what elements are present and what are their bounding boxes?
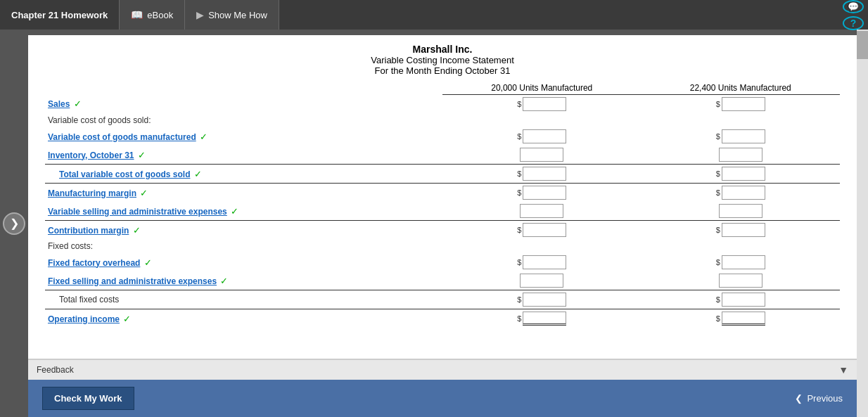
scroll-thumb[interactable] — [857, 31, 868, 59]
sales-col1-input[interactable] — [523, 97, 566, 111]
statement-period: For the Month Ending October 31 — [45, 65, 840, 76]
contribution-margin-label[interactable]: Contribution margin — [48, 226, 129, 236]
top-navigation-bar: Chapter 21 Homework 📖 eBook ▶ Show Me Ho… — [0, 0, 868, 30]
content-panel: Marshall Inc. Variable Costing Income St… — [28, 35, 857, 417]
total-fixed-col1-input[interactable] — [523, 293, 566, 307]
fixed-factory-col1-input[interactable] — [523, 255, 566, 269]
fixed-factory-col1-cell: $ — [445, 255, 639, 269]
previous-button[interactable]: ❮ Previous — [795, 393, 843, 404]
var-selling-col2-input[interactable] — [719, 204, 762, 218]
previous-button-label: Previous — [807, 393, 843, 404]
operating-income-col1-cell: $ — [445, 312, 639, 326]
fixed-factory-label[interactable]: Fixed factory overhead — [48, 258, 140, 268]
total-fixed-col2-input[interactable] — [722, 293, 765, 307]
chat-icon[interactable]: 💬 — [843, 0, 864, 13]
fixed-selling-col2-input[interactable] — [719, 274, 762, 288]
table-row: Variable cost of goods manufactured ✓ $ — [45, 127, 840, 146]
main-wrapper: ❯ Marshall Inc. Variable Costing Income … — [0, 30, 868, 417]
mfg-margin-label[interactable]: Manufacturing margin — [48, 188, 136, 198]
inventory-col1-cell — [445, 148, 639, 162]
total-var-cost-col1-cell: $ — [445, 167, 639, 181]
chapter-title: Chapter 21 Homework — [11, 10, 108, 20]
total-fixed-costs-label: Total fixed costs — [59, 295, 119, 304]
feedback-toggle-icon[interactable]: ▼ — [838, 364, 848, 376]
var-selling-label[interactable]: Variable selling and administrative expe… — [48, 207, 227, 217]
content-scroll-area: Marshall Inc. Variable Costing Income St… — [28, 35, 857, 359]
fixed-selling-col1-input[interactable] — [520, 274, 563, 288]
fixed-selling-col1-cell — [445, 274, 639, 288]
col2-header: 22,400 Units Manufactured — [642, 82, 841, 95]
table-row: Inventory, October 31 ✓ — [45, 146, 840, 165]
contribution-col2-input[interactable] — [722, 223, 765, 237]
mfg-margin-col1-cell: $ — [445, 186, 639, 200]
total-var-cost-col2-cell: $ — [644, 167, 838, 181]
chapter-title-tab[interactable]: Chapter 21 Homework — [0, 0, 120, 30]
contribution-margin-check: ✓ — [133, 225, 141, 236]
ebook-tab[interactable]: 📖 eBook — [120, 0, 185, 30]
var-selling-check: ✓ — [231, 206, 238, 217]
contribution-col1-input[interactable] — [523, 223, 566, 237]
var-selling-col1-input[interactable] — [520, 204, 563, 218]
mfg-margin-col1-input[interactable] — [523, 186, 566, 200]
check-my-work-button[interactable]: Check My Work — [42, 387, 134, 410]
scroll-bar[interactable] — [857, 30, 868, 417]
feedback-label: Feedback — [37, 365, 74, 375]
var-cost-mfg-check: ✓ — [200, 131, 208, 142]
total-var-cost-label[interactable]: Total variable cost of goods sold — [59, 169, 190, 179]
sales-col2-input[interactable] — [722, 97, 765, 111]
fixed-factory-col2-input[interactable] — [722, 255, 765, 269]
top-bar-right-icons: 💬 ? — [838, 0, 868, 30]
fixed-cost-header-label: Fixed costs: — [48, 237, 93, 251]
var-selling-col1-cell — [445, 204, 639, 218]
operating-income-label[interactable]: Operating income — [48, 314, 120, 324]
contribution-col1-cell: $ — [445, 223, 639, 237]
col1-header: 20,000 Units Manufactured — [442, 82, 642, 95]
fixed-factory-check: ✓ — [144, 257, 152, 268]
inventory-col1-input[interactable] — [520, 148, 563, 162]
operating-income-col2-cell: $ — [644, 312, 838, 326]
column-header-row: 20,000 Units Manufactured 22,400 Units M… — [45, 82, 840, 95]
mfg-margin-col2-input[interactable] — [722, 186, 765, 200]
var-cost-mfg-col1-input[interactable] — [523, 129, 566, 143]
inventory-col2-cell — [644, 148, 838, 162]
table-row: Fixed selling and administrative expense… — [45, 271, 840, 290]
total-var-cost-col2-input[interactable] — [722, 167, 765, 181]
inventory-col2-input[interactable] — [719, 148, 762, 162]
operating-income-col2-input[interactable] — [722, 312, 765, 326]
next-arrow-button[interactable]: ❯ — [3, 212, 25, 235]
table-row: Total fixed costs $ $ — [45, 290, 840, 309]
right-chevron-icon: ❯ — [10, 217, 19, 230]
label-column-header — [45, 82, 442, 95]
ebook-tab-label: eBook — [147, 10, 173, 20]
company-name: Marshall Inc. — [45, 44, 840, 55]
mfg-margin-col2-cell: $ — [644, 186, 838, 200]
fixed-selling-col2-cell — [644, 274, 838, 288]
total-var-cost-check: ✓ — [194, 169, 202, 179]
help-icon[interactable]: ? — [843, 16, 864, 30]
show-me-how-tab-label: Show Me How — [208, 10, 267, 20]
sales-col2-cell: $ — [644, 97, 838, 111]
left-chevron-icon: ❮ — [795, 393, 803, 404]
var-cost-mfg-col2-cell: $ — [644, 129, 838, 143]
total-var-cost-col1-input[interactable] — [523, 167, 566, 181]
table-row: Variable selling and administrative expe… — [45, 202, 840, 221]
bottom-buttons-bar: Check My Work ❮ Previous — [28, 380, 857, 417]
var-cost-mfg-col2-input[interactable] — [722, 129, 765, 143]
statement-header: Marshall Inc. Variable Costing Income St… — [45, 44, 840, 76]
var-cost-header-label: Variable cost of goods sold: — [48, 111, 151, 125]
var-cost-mfg-label[interactable]: Variable cost of goods manufactured — [48, 132, 196, 142]
feedback-bar: Feedback ▼ — [28, 359, 857, 380]
table-row: Sales ✓ $ $ — [45, 95, 840, 114]
inventory-label[interactable]: Inventory, October 31 — [48, 150, 134, 160]
sales-label[interactable]: Sales — [48, 99, 70, 109]
table-row: Operating income ✓ $ $ — [45, 309, 840, 328]
statement-title: Variable Costing Income Statement — [45, 55, 840, 65]
operating-income-col1-input[interactable] — [523, 312, 566, 326]
show-me-how-tab[interactable]: ▶ Show Me How — [185, 0, 279, 30]
video-icon: ▶ — [196, 9, 204, 20]
contribution-col2-cell: $ — [644, 223, 838, 237]
total-fixed-col1-cell: $ — [445, 293, 639, 307]
fixed-selling-label[interactable]: Fixed selling and administrative expense… — [48, 276, 217, 286]
top-bar-spacer — [279, 0, 838, 30]
left-nav-area: ❯ — [0, 30, 28, 417]
